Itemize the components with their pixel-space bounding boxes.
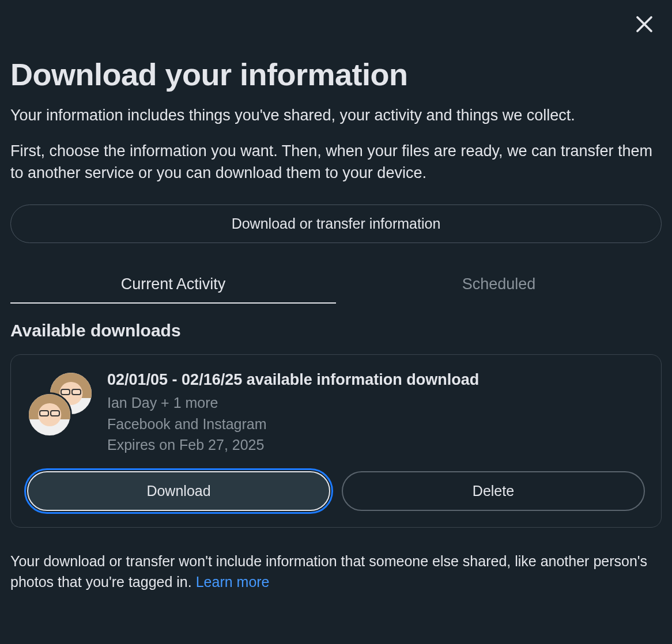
close-button[interactable] <box>631 10 658 38</box>
footer-disclaimer: Your download or transfer won't include … <box>10 551 662 593</box>
card-header: 02/01/05 - 02/16/25 available informatio… <box>27 371 645 455</box>
delete-button[interactable]: Delete <box>342 471 645 511</box>
download-services: Facebook and Instagram <box>107 414 645 434</box>
page-subtitle: Your information includes things you've … <box>10 105 662 127</box>
card-info: 02/01/05 - 02/16/25 available informatio… <box>107 371 645 455</box>
card-actions: Download Delete <box>27 471 645 511</box>
tabs-container: Current Activity Scheduled <box>10 266 662 304</box>
avatar-stack <box>27 371 93 437</box>
available-downloads-heading: Available downloads <box>10 321 662 340</box>
header-section: Download your information Your informati… <box>10 56 662 184</box>
footer-text: Your download or transfer won't include … <box>10 553 647 590</box>
download-button[interactable]: Download <box>27 471 330 511</box>
page-description: First, choose the information you want. … <box>10 141 662 184</box>
tab-scheduled[interactable]: Scheduled <box>336 266 662 304</box>
download-account: Ian Day + 1 more <box>107 392 645 413</box>
download-expiry: Expires on Feb 27, 2025 <box>107 434 645 455</box>
avatar-primary <box>27 392 72 437</box>
tab-current-activity[interactable]: Current Activity <box>10 266 336 304</box>
download-transfer-button[interactable]: Download or transfer information <box>10 204 662 243</box>
learn-more-link[interactable]: Learn more <box>196 574 270 590</box>
page-title: Download your information <box>10 56 662 92</box>
close-icon <box>634 14 655 35</box>
download-card: 02/01/05 - 02/16/25 available informatio… <box>10 354 662 528</box>
download-title: 02/01/05 - 02/16/25 available informatio… <box>107 371 645 389</box>
